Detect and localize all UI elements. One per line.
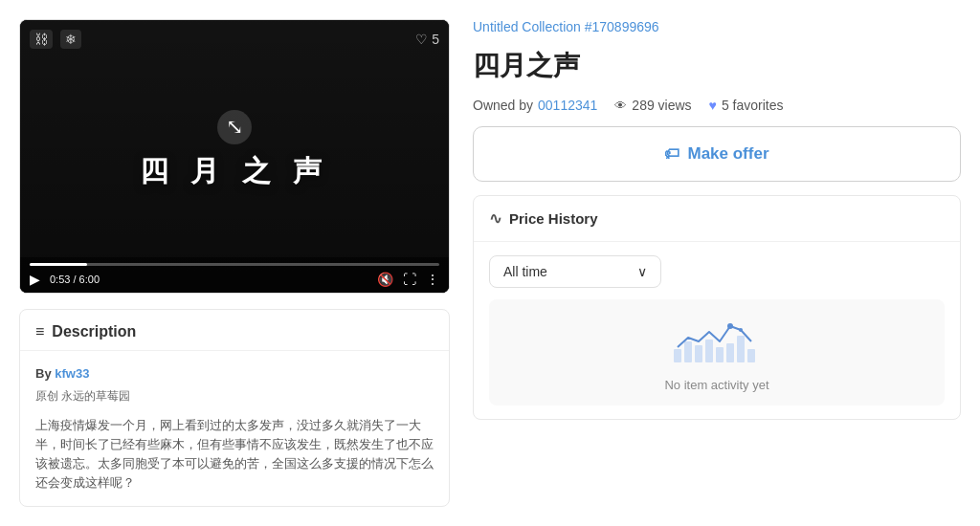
description-content[interactable]: By kfw33 原创 永远的草莓园 上海疫情爆发一个月，网上看到过的太多发声，… [20,351,449,499]
favorites-label: 5 favorites [722,98,784,113]
author-line: By kfw33 [35,364,434,384]
chevron-down-icon: ∨ [637,264,647,279]
owner-link[interactable]: 00112341 [538,98,597,113]
fullscreen-button[interactable]: ⛶ [403,272,416,287]
tag-icon: 🏷 [664,145,679,163]
time-filter-dropdown[interactable]: All time ∨ [489,255,661,288]
svg-point-8 [727,323,733,329]
views-label: 289 views [632,98,691,113]
svg-rect-2 [695,345,702,362]
description-title: Description [52,323,136,340]
item-title: 四月之声 [473,48,961,84]
snowflake-icon[interactable]: ❄ [60,30,81,49]
list-icon: ≡ [35,323,44,340]
favorites-count: ♥ 5 favorites [709,98,784,113]
svg-rect-7 [747,349,755,362]
video-title-overlay: 四 月 之 声 [140,152,330,191]
favorites-count: 5 [432,32,439,47]
make-offer-label: Make offer [687,144,768,164]
no-activity-label: No item activity yet [664,378,768,392]
svg-rect-6 [737,336,745,362]
video-controls: ▶ 0:53 / 6:00 🔇 ⛶ ⋮ [20,257,449,293]
owned-by-label: Owned by [473,98,533,113]
make-offer-button[interactable]: 🏷 Make offer [473,126,961,182]
progress-bar[interactable] [30,263,439,266]
svg-rect-3 [705,340,713,362]
svg-rect-5 [726,343,734,362]
heart-icon-meta: ♥ [709,98,717,113]
expand-icon[interactable]: ⤡ [217,110,252,144]
svg-rect-0 [674,349,681,362]
eye-icon: 👁 [614,99,627,113]
author-link[interactable]: kfw33 [55,366,89,381]
video-top-bar: ⛓ ❄ ♡ 5 [30,30,439,49]
video-player[interactable]: ⛓ ❄ ♡ 5 ⤡ 四 月 之 声 ▶ [19,19,450,294]
price-history-header: ∿ Price History [474,196,960,242]
svg-rect-4 [716,347,724,362]
subtitle-line: 原创 永远的草莓园 [35,387,434,405]
more-options-button[interactable]: ⋮ [426,272,439,287]
price-history-section: ∿ Price History All time ∨ [473,195,961,420]
price-history-body: All time ∨ [474,242,960,419]
trending-icon: ∿ [489,209,501,228]
meta-row: Owned by 00112341 👁 289 views ♥ 5 favori… [473,98,961,113]
views-count: 👁 289 views [614,98,691,113]
svg-point-9 [739,328,743,332]
link-icon[interactable]: ⛓ [30,30,53,49]
play-button[interactable]: ▶ [30,272,40,287]
owned-by: Owned by 00112341 [473,98,597,113]
mute-button[interactable]: 🔇 [377,272,393,287]
description-body: 上海疫情爆发一个月，网上看到过的太多发声，没过多久就消失了一大半，时间长了已经有… [35,416,434,493]
filter-label: All time [503,264,547,279]
svg-rect-1 [684,341,692,362]
favorite-button[interactable]: ♡ 5 [415,32,439,47]
collection-link[interactable]: Untitled Collection #170899696 [473,19,961,34]
heart-icon: ♡ [415,32,428,47]
progress-bar-fill [30,263,87,266]
time-display: 0:53 / 6:00 [50,274,100,285]
description-header: ≡ Description [20,310,449,351]
price-history-label: Price History [509,210,598,227]
empty-chart [669,313,765,366]
description-box: ≡ Description By kfw33 原创 永远的草莓园 上海疫情爆发一… [19,309,450,507]
no-activity-area: No item activity yet [489,299,945,405]
